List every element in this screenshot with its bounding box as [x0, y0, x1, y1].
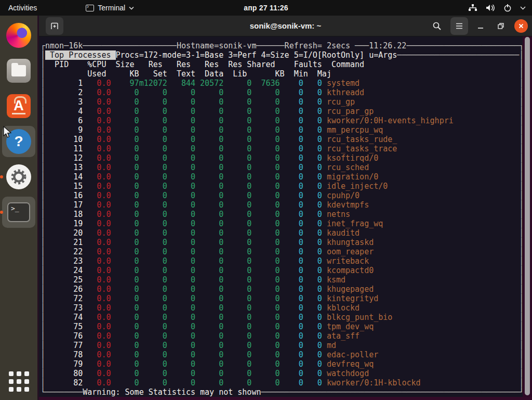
- dock-item-software[interactable]: A: [2, 91, 35, 122]
- dock-item-files[interactable]: [2, 55, 35, 86]
- app-menu-label: Terminal: [98, 4, 125, 12]
- files-icon: [7, 59, 31, 83]
- search-button[interactable]: [428, 17, 446, 35]
- network-icon: [468, 4, 477, 12]
- firefox-icon: [6, 23, 31, 48]
- search-icon: [432, 21, 442, 31]
- terminal-window: sonik@sonik-vm: ~: [39, 16, 532, 400]
- dock-item-terminal[interactable]: >_: [2, 197, 35, 228]
- scrollbar-thumb[interactable]: [525, 37, 530, 395]
- dock-item-firefox[interactable]: [2, 20, 35, 51]
- new-tab-button[interactable]: [46, 17, 63, 35]
- system-tray[interactable]: [468, 0, 529, 16]
- close-icon: [518, 23, 524, 29]
- mouse-cursor: [3, 126, 14, 138]
- nmon-screen: ┌nmon─16k────────────────────Hostname=so…: [41, 41, 523, 397]
- hamburger-icon: [455, 22, 463, 30]
- chevron-down-icon: [520, 6, 526, 10]
- show-applications-button[interactable]: [0, 366, 37, 397]
- terminal-bottom-padding: [39, 397, 532, 400]
- close-button[interactable]: [514, 19, 528, 33]
- terminal-headerbar[interactable]: sonik@sonik-vm: ~: [39, 16, 532, 36]
- new-tab-icon: [50, 21, 59, 31]
- terminal-app-icon: [86, 5, 94, 11]
- dock: A ? >_: [0, 16, 37, 400]
- settings-gear-icon: [6, 164, 31, 189]
- terminal-icon: >_: [7, 202, 30, 222]
- menu-button[interactable]: [450, 17, 468, 35]
- scrollbar-track[interactable]: [523, 36, 532, 397]
- restore-icon: [497, 22, 504, 30]
- clock[interactable]: апр 27 11:26: [244, 0, 288, 16]
- minimize-icon: [477, 22, 484, 30]
- app-menu-terminal[interactable]: Terminal: [81, 0, 139, 16]
- chevron-down-icon: [129, 6, 134, 10]
- app-grid-icon: [9, 371, 29, 392]
- desktop: Activities Terminal апр 27 11:26: [0, 0, 532, 400]
- restore-button[interactable]: [493, 18, 509, 34]
- top-bar: Activities Terminal апр 27 11:26: [0, 0, 532, 16]
- dock-item-settings[interactable]: [2, 161, 35, 192]
- volume-icon: [486, 4, 495, 12]
- minimize-button[interactable]: [473, 18, 488, 34]
- terminal-content[interactable]: ┌nmon─16k────────────────────Hostname=so…: [39, 36, 523, 397]
- power-icon: [503, 4, 512, 12]
- ubuntu-software-icon: A: [7, 94, 31, 118]
- activities-button[interactable]: Activities: [0, 0, 45, 16]
